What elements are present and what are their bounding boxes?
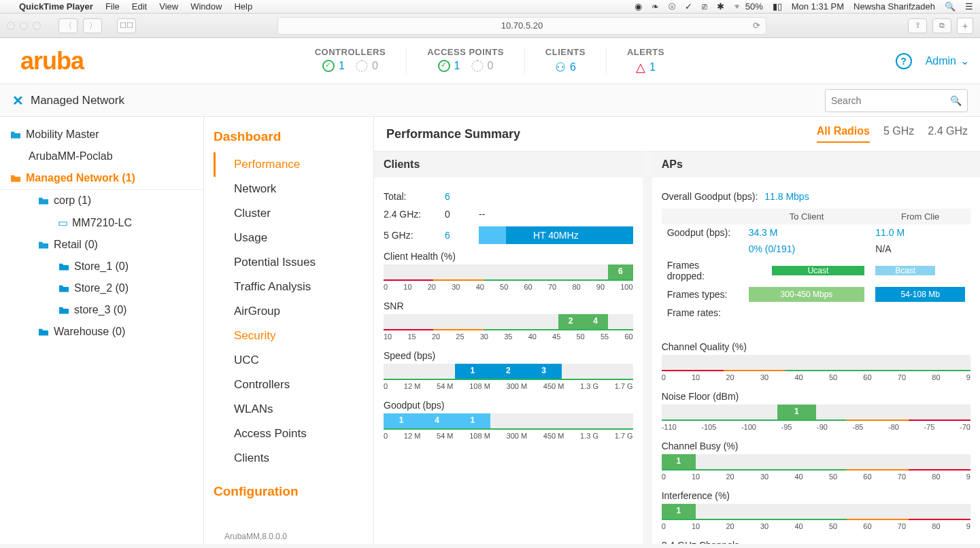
folder-icon bbox=[58, 305, 70, 315]
tree-item[interactable]: Managed Network (1) bbox=[0, 167, 203, 190]
tree-item[interactable]: ▭MM7210-LC bbox=[0, 211, 203, 234]
histogram-chart[interactable]: SNR241015202530354045505560 bbox=[384, 301, 633, 341]
forward-button[interactable]: 〉 bbox=[83, 18, 102, 33]
sidebar-button[interactable]: ☐☐ bbox=[117, 18, 136, 33]
tree-label: Warehouse (0) bbox=[54, 326, 125, 338]
tree-item[interactable]: Store_2 (0) bbox=[0, 277, 203, 299]
close-icon[interactable]: ✕ bbox=[12, 92, 24, 109]
histogram-chart[interactable]: Interference (%)1010203040506070809 bbox=[662, 490, 970, 530]
admin-menu[interactable]: Admin⌄ bbox=[926, 54, 969, 67]
frames-dropped-from-bar[interactable]: Bcast bbox=[875, 263, 965, 278]
nav-item[interactable]: Clients bbox=[214, 446, 373, 470]
histogram-chart[interactable]: Channel Busy (%)1010203040506070809 bbox=[662, 441, 970, 481]
breadcrumb[interactable]: Managed Network bbox=[31, 94, 124, 107]
nav-item[interactable]: Performance bbox=[214, 152, 373, 177]
help-icon[interactable]: ? bbox=[896, 53, 912, 69]
chart-title: Noise Floor (dBm) bbox=[662, 391, 970, 402]
folder-icon bbox=[37, 327, 50, 337]
search-icon[interactable]: 🔍 bbox=[950, 95, 962, 106]
new-tab-button[interactable]: + bbox=[957, 18, 973, 34]
tree-item[interactable]: ArubaMM-Poclab bbox=[0, 145, 203, 167]
radio-tab[interactable]: All Radios bbox=[817, 125, 870, 143]
url-text: 10.70.5.20 bbox=[501, 20, 543, 31]
histogram-chart[interactable]: Client Health (%)60102030405060708090100 bbox=[384, 251, 633, 291]
nav-item[interactable]: WLANs bbox=[214, 397, 373, 422]
chart-title: Channel Busy (%) bbox=[662, 441, 970, 451]
nav-item[interactable]: Access Points bbox=[214, 422, 373, 446]
tree-item[interactable]: Retail (0) bbox=[0, 234, 203, 256]
search-input[interactable] bbox=[831, 95, 950, 106]
check-gray-icon bbox=[356, 60, 368, 72]
user-name[interactable]: Newsha Sharifzadeh bbox=[854, 1, 935, 12]
nav-section-configuration[interactable]: Configuration bbox=[214, 484, 373, 499]
stat-aps[interactable]: ACCESS POINTS 1 0 bbox=[406, 47, 524, 75]
menu-edit[interactable]: Edit bbox=[132, 1, 147, 12]
check-icon bbox=[322, 60, 335, 72]
nav-item[interactable]: Security bbox=[214, 324, 373, 348]
nav-item[interactable]: AirGroup bbox=[214, 299, 373, 324]
bluetooth-icon: ✱ bbox=[717, 1, 724, 12]
status-icon: ⦾ bbox=[669, 1, 675, 12]
nav-menu: Dashboard PerformanceNetworkClusterUsage… bbox=[204, 117, 374, 544]
chart-title: Goodput (bps) bbox=[384, 400, 633, 411]
frame-types-to-bar[interactable]: 300-450 Mbps bbox=[749, 287, 865, 302]
traffic-lights[interactable] bbox=[7, 22, 41, 30]
frames-dropped-to-bar[interactable]: Ucast bbox=[749, 263, 865, 278]
url-bar[interactable]: 10.70.5.20 ⟳ bbox=[277, 17, 766, 35]
tree-label: MM7210-LC bbox=[72, 217, 132, 229]
folder-open-icon bbox=[37, 196, 50, 205]
reload-icon[interactable]: ⟳ bbox=[753, 20, 760, 31]
nav-item[interactable]: UCC bbox=[214, 348, 373, 373]
spotlight-icon[interactable]: 🔍 bbox=[945, 1, 956, 12]
status-icon: ◉ bbox=[635, 1, 642, 12]
folder-icon bbox=[58, 262, 70, 271]
stat-alerts[interactable]: ALERTS △1 bbox=[606, 47, 685, 75]
radio-tab[interactable]: 5 GHz bbox=[883, 125, 914, 143]
check-gray-icon bbox=[471, 60, 484, 72]
histogram-chart[interactable]: Channel Quality (%)010203040506070809 bbox=[662, 341, 970, 381]
total-clients[interactable]: 6 bbox=[445, 191, 465, 202]
tree-item[interactable]: store_3 (0) bbox=[0, 299, 203, 321]
app-name[interactable]: QuickTime Player bbox=[19, 1, 93, 12]
chart-title: Channel Quality (%) bbox=[662, 341, 970, 352]
menu-file[interactable]: File bbox=[105, 1, 120, 12]
nav-item[interactable]: Network bbox=[214, 177, 373, 201]
nav-item[interactable]: Cluster bbox=[214, 201, 373, 226]
histogram-chart[interactable]: Goodput (bps)141012 M54 M108 M300 M450 M… bbox=[384, 400, 633, 440]
share-button[interactable]: ⇪ bbox=[908, 18, 927, 33]
nav-item[interactable]: Controllers bbox=[214, 373, 373, 397]
overall-goodput[interactable]: 11.8 Mbps bbox=[764, 191, 809, 202]
tree-item[interactable]: Mobility Master bbox=[0, 124, 203, 145]
ht-bar[interactable]: HT 40MHz bbox=[479, 226, 633, 244]
chart-title: 2.4 GHz Channels bbox=[662, 540, 970, 544]
nav-item[interactable]: Traffic Analysis bbox=[214, 275, 373, 299]
histogram-chart[interactable]: Noise Floor (dBm)1-110-105-100-95-90-85-… bbox=[662, 391, 970, 431]
histogram-chart[interactable]: Speed (bps)123012 M54 M108 M300 M450 M1.… bbox=[384, 350, 633, 390]
menu-icon[interactable]: ☰ bbox=[965, 1, 973, 12]
nav-section-dashboard[interactable]: Dashboard bbox=[214, 129, 373, 144]
browser-toolbar: 〈 〉 ☐☐ 10.70.5.20 ⟳ ⇪ ⧉ + bbox=[0, 14, 980, 38]
stat-clients[interactable]: CLIENTS ⚇6 bbox=[524, 47, 606, 75]
back-button[interactable]: 〈 bbox=[58, 18, 78, 33]
network-tree: Mobility MasterArubaMM-PoclabManaged Net… bbox=[0, 117, 204, 544]
menu-window[interactable]: Window bbox=[190, 1, 222, 12]
alert-icon: △ bbox=[636, 60, 645, 75]
stat-controllers[interactable]: CONTROLLERS 1 0 bbox=[294, 47, 406, 75]
menu-help[interactable]: Help bbox=[234, 1, 252, 12]
menu-view[interactable]: View bbox=[159, 1, 178, 12]
tree-label: corp (1) bbox=[54, 194, 91, 207]
folder-open-icon bbox=[10, 130, 22, 139]
clock[interactable]: Mon 1:31 PM bbox=[792, 1, 844, 12]
tree-item[interactable]: Store_1 (0) bbox=[0, 256, 203, 277]
frame-types-from-bar[interactable]: 54-108 Mb bbox=[875, 287, 965, 302]
radio-tab[interactable]: 2.4 GHz bbox=[928, 125, 968, 143]
tabs-button[interactable]: ⧉ bbox=[932, 18, 951, 33]
status-icon: ❧ bbox=[652, 1, 659, 12]
tree-label: Store_1 (0) bbox=[74, 260, 129, 273]
search-box[interactable]: 🔍 bbox=[825, 89, 968, 112]
tree-item[interactable]: corp (1) bbox=[0, 190, 203, 211]
nav-item[interactable]: Potential Issues bbox=[214, 250, 373, 275]
tree-item[interactable]: Warehouse (0) bbox=[0, 321, 203, 343]
nav-item[interactable]: Usage bbox=[214, 226, 373, 250]
tree-label: Retail (0) bbox=[54, 239, 98, 251]
